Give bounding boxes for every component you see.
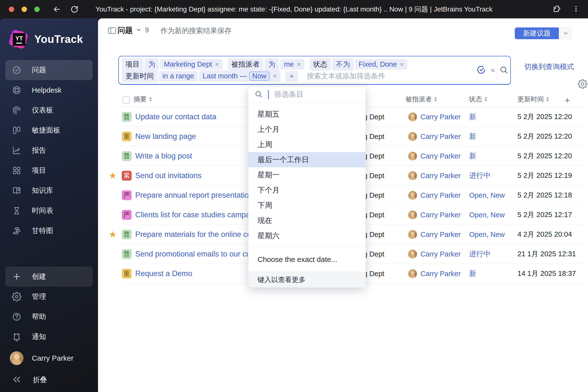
search-filter-box[interactable]: 项目为Marketing Dept×被指派者为me×状态不为Fixed, Don… xyxy=(118,56,511,85)
browser-menu-icon[interactable] xyxy=(572,5,580,14)
sidebar-item-agile[interactable]: 敏捷面板 xyxy=(6,120,92,140)
filter-field-chip[interactable]: 更新时间 xyxy=(122,70,158,82)
dropdown-item-2[interactable]: 上周 xyxy=(248,137,366,152)
clear-search-icon[interactable]: × xyxy=(490,66,495,75)
sidebar-item-dashboard[interactable]: 仪表板 xyxy=(6,100,92,120)
sidebar-item-create[interactable]: 创建 xyxy=(6,266,92,287)
sidebar-item-issues[interactable]: 问题 xyxy=(6,60,92,80)
dropdown-search-row[interactable]: 筛选条目 xyxy=(248,86,366,103)
filter-value-chip[interactable]: me× xyxy=(280,59,304,70)
filter-mode-check-icon[interactable] xyxy=(476,65,486,76)
issue-title-link[interactable]: Request a Demo xyxy=(135,269,192,278)
dropdown-item-4[interactable]: 星期一 xyxy=(248,167,366,182)
sidebar-item-timesheet[interactable]: 时间表 xyxy=(6,201,92,221)
issue-title-link[interactable]: Prepare annual report presentation xyxy=(135,191,253,200)
state-link[interactable]: Open, New xyxy=(469,230,505,239)
assignee-link[interactable]: Carry Parker xyxy=(420,113,460,121)
reload-icon[interactable] xyxy=(70,5,79,14)
extensions-icon[interactable] xyxy=(552,5,560,14)
column-header-state[interactable]: 状态 xyxy=(469,95,487,104)
search-icon[interactable] xyxy=(499,65,508,76)
state-link[interactable]: Open, New xyxy=(469,191,505,200)
issues-title-dropdown[interactable]: 问题 xyxy=(118,25,142,36)
settings-gear-icon[interactable] xyxy=(578,79,588,90)
sidebar-item-helpdesk[interactable]: Helpdesk xyxy=(6,80,92,100)
state-link[interactable]: 进行中 xyxy=(469,171,490,180)
assignee-link[interactable]: Carry Parker xyxy=(420,270,460,278)
panel-toggle-icon[interactable] xyxy=(107,26,117,36)
sidebar-item-help[interactable]: 帮助 xyxy=(6,307,92,327)
filter-operator-chip[interactable]: 不为 xyxy=(332,58,354,70)
dropdown-item-8[interactable]: 星期六 xyxy=(248,228,366,243)
close-icon[interactable]: × xyxy=(400,60,404,68)
close-icon[interactable]: × xyxy=(215,60,219,68)
sidebar-user[interactable]: Carry Parker xyxy=(6,347,92,370)
dropdown-item-7[interactable]: 现在 xyxy=(248,213,366,228)
issue-title-link[interactable]: Clients list for case studies campaign xyxy=(135,210,260,219)
sidebar-item-bell[interactable]: 通知 xyxy=(6,327,92,347)
sidebar-item-gantt[interactable]: 甘特图 xyxy=(6,221,92,241)
add-column-icon[interactable]: + xyxy=(565,95,570,106)
state-link[interactable]: 新 xyxy=(469,132,476,141)
filter-range-end-active[interactable]: Now xyxy=(249,72,269,80)
save-search-link[interactable]: 作为新的搜索结果保存 xyxy=(160,26,232,36)
assignee-link[interactable]: Carry Parker xyxy=(420,191,460,200)
sidebar-item-knowledge[interactable]: 知识库 xyxy=(6,180,92,201)
sidebar-item-projects[interactable]: 项目 xyxy=(6,160,92,180)
issue-title-link[interactable]: Write a blog post xyxy=(135,152,192,160)
dropdown-item-1[interactable]: 上个月 xyxy=(248,122,366,137)
star-icon[interactable]: ★ xyxy=(109,229,116,240)
filter-operator-chip[interactable]: in a range xyxy=(159,71,198,81)
filter-value-chip[interactable]: Fixed, Done× xyxy=(355,59,408,70)
choose-exact-date-item[interactable]: Choose the exact date... xyxy=(248,247,366,272)
state-link[interactable]: 新 xyxy=(469,112,476,122)
close-icon[interactable]: × xyxy=(273,72,277,80)
filter-field-chip[interactable]: 被指派者 xyxy=(228,58,264,70)
close-icon[interactable]: × xyxy=(297,60,300,68)
issue-title-link[interactable]: Send out invitations xyxy=(135,171,202,180)
filter-field-chip[interactable]: 状态 xyxy=(310,58,331,70)
sidebar-item-label: 仪表板 xyxy=(32,105,53,115)
assignee-link[interactable]: Carry Parker xyxy=(420,230,460,239)
switch-query-mode-link[interactable]: 切换到查询模式 xyxy=(524,62,574,72)
dropdown-item-0[interactable]: 星期五 xyxy=(248,106,366,122)
issue-title-link[interactable]: Update our contact data xyxy=(135,112,216,121)
assignee-link[interactable]: Carry Parker xyxy=(420,211,460,219)
state-link[interactable]: 新 xyxy=(469,269,476,278)
dropdown-item-5[interactable]: 下个月 xyxy=(248,182,366,198)
sidebar-item-gear[interactable]: 管理 xyxy=(6,287,92,307)
maximize-window-button[interactable] xyxy=(34,6,40,12)
add-filter-chip[interactable]: + xyxy=(286,71,298,82)
youtrack-logo[interactable]: YT YouTrack xyxy=(0,18,98,60)
main-content: 问题 9 作为新的搜索结果保存 新建议题 项目为Marketing Dept×被… xyxy=(98,18,588,392)
assignee-link[interactable]: Carry Parker xyxy=(420,152,460,160)
new-issue-dropdown-button[interactable] xyxy=(560,28,572,39)
column-header-summary[interactable]: 摘要 xyxy=(134,95,152,104)
dropdown-item-3[interactable]: 最后一个工作日 xyxy=(248,152,366,167)
filter-field-chip[interactable]: 项目 xyxy=(122,58,143,70)
assignee-link[interactable]: Carry Parker xyxy=(420,250,460,258)
state-link[interactable]: 新 xyxy=(469,151,476,161)
dropdown-search-input[interactable]: 筛选条目 xyxy=(274,90,304,100)
minimize-window-button[interactable] xyxy=(22,6,27,12)
filter-value-chip[interactable]: Marketing Dept× xyxy=(160,59,223,70)
dropdown-item-6[interactable]: 下周 xyxy=(248,198,366,213)
column-header-updated[interactable]: 更新时间 xyxy=(518,95,549,104)
sidebar-item-report[interactable]: 报告 xyxy=(6,140,92,160)
select-all-checkbox[interactable] xyxy=(122,96,130,104)
back-icon[interactable] xyxy=(52,5,61,14)
state-link[interactable]: Open, New xyxy=(469,211,505,219)
filter-operator-chip[interactable]: 为 xyxy=(144,58,159,70)
star-icon[interactable]: ★ xyxy=(109,170,116,181)
new-issue-button[interactable]: 新建议题 xyxy=(515,28,559,39)
assignee-link[interactable]: Carry Parker xyxy=(420,172,460,180)
assignee-link[interactable]: Carry Parker xyxy=(420,132,460,141)
filter-range-value-chip[interactable]: Last month — Now × xyxy=(199,70,280,82)
close-window-button[interactable] xyxy=(9,6,14,12)
state-link[interactable]: 进行中 xyxy=(469,249,490,259)
issue-title-link[interactable]: New landing page xyxy=(135,132,196,141)
sidebar-collapse[interactable]: 折叠 xyxy=(6,370,92,390)
search-input[interactable]: 搜索文本或添加筛选条件 xyxy=(307,71,385,81)
column-header-assignee[interactable]: 被指派者 xyxy=(406,95,437,104)
filter-operator-chip[interactable]: 为 xyxy=(264,58,279,70)
